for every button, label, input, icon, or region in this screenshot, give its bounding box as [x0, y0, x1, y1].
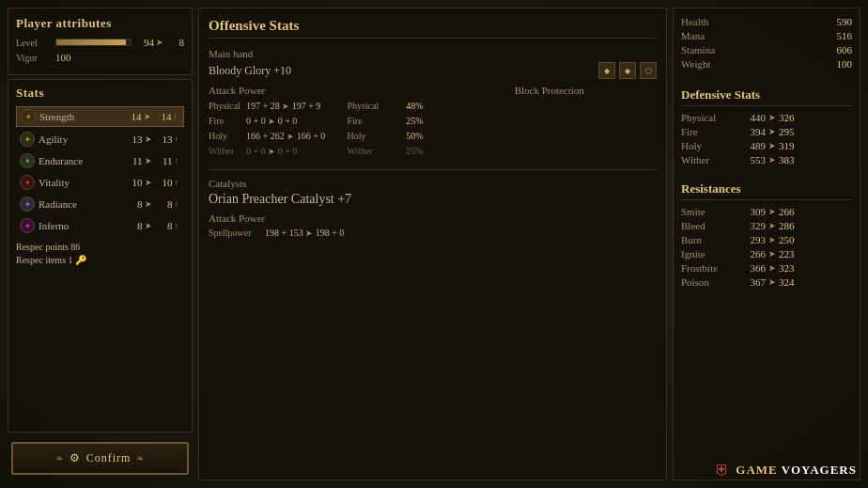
stat-row-vitality[interactable]: ✦ Vitality 10 ➤ 10 ↑	[16, 173, 184, 192]
left-panel: Player attributes Level 94 ➤ 8 Vigor 100…	[8, 8, 193, 480]
level-arrow-icon: ➤	[156, 38, 163, 47]
resist-arrow-burn: ➤	[768, 235, 776, 244]
stat-name-radiance: Radiance	[39, 198, 124, 210]
cat-attack-power-label: Attack Power	[209, 213, 657, 224]
stat-icon-agility: ✦	[20, 132, 35, 147]
weapon-icons: ◆ ◆ ⬡	[598, 62, 657, 79]
weapon-icon-1: ◆	[598, 62, 615, 79]
stat-icon-endurance: ✦	[20, 153, 35, 168]
stats-title: Stats	[16, 86, 184, 101]
def-val2-fire: 295	[779, 126, 795, 137]
stat-row-agility[interactable]: ✦ Agility 13 ➤ 13 ↑	[16, 130, 184, 149]
def-val1-wither: 553	[733, 154, 766, 165]
watermark-text: GAME VOYAGERS	[736, 463, 857, 478]
resist-arrow-frostbite: ➤	[768, 263, 776, 273]
resist-arrow-ignite: ➤	[768, 249, 776, 259]
resist-rows: Smite 309 ➤ 266 Bleed 329 ➤ 286 Burn 293…	[681, 206, 852, 288]
stat-name-endurance: Endurance	[39, 155, 124, 166]
stat-name-inferno: Inferno	[39, 220, 124, 231]
ap-stat-pct: 25%	[395, 115, 424, 128]
stat-value-radiance: 8	[124, 198, 143, 210]
stat-row-inferno[interactable]: ✦ Inferno 8 ➤ 8 ↑	[16, 216, 184, 235]
vitals-list: Health 590 Mana 516 Stamina 606 Weight 1…	[681, 16, 852, 70]
resist-val1-smite: 309	[733, 206, 766, 217]
vigor-label: Vigor	[16, 53, 52, 63]
stat-value-inferno: 8	[124, 220, 143, 231]
respec-points-row: Respec points 86	[16, 241, 184, 254]
defensive-stats-title: Defensive Stats	[681, 87, 852, 106]
ui-root: Player attributes Level 94 ➤ 8 Vigor 100…	[0, 0, 868, 488]
def-row-fire: Fire 394 ➤ 295	[681, 126, 852, 137]
resist-name-burn: Burn	[681, 234, 733, 245]
vital-row-health: Health 590	[681, 16, 852, 27]
confirm-icon: ⚙	[70, 451, 81, 465]
ap-left: Attack Power Physical 197 + 28 ➤ 197 + 9…	[209, 85, 424, 160]
stats-list: ✦ Strength 14 ➤ 14 ↑ ✦ Agility 13 ➤ 13 ↑…	[16, 106, 184, 235]
stat-value-strength: 14	[123, 111, 142, 122]
vital-row-mana: Mana 516	[681, 30, 852, 41]
ap-stat-vals: 166 + 262 ➤ 166 + 0	[246, 130, 344, 143]
vital-value-stamina: 606	[837, 44, 853, 55]
offensive-title: Offensive Stats	[209, 18, 657, 39]
confirm-button[interactable]: ⚙ Confirm	[11, 442, 189, 475]
stat-up-arrow-radiance: ↑	[175, 199, 179, 209]
stat-value-endurance: 11	[124, 155, 143, 166]
ap-stat-vals: 0 + 0 ➤ 0 + 0	[246, 145, 344, 158]
resist-row-poison: Poison 367 ➤ 324	[681, 276, 852, 288]
def-name-wither: Wither	[681, 154, 733, 165]
stats-panel: Stats ✦ Strength 14 ➤ 14 ↑ ✦ Agility 13 …	[8, 79, 193, 433]
def-name-fire: Fire	[681, 126, 733, 137]
player-attributes-panel: Player attributes Level 94 ➤ 8 Vigor 100	[8, 8, 193, 75]
watermark-icon: ⛨	[715, 462, 730, 479]
resist-row-burn: Burn 293 ➤ 250	[681, 234, 852, 245]
level-row: Level 94 ➤ 8	[16, 37, 184, 48]
vital-name-weight: Weight	[681, 58, 711, 70]
stat-arrow-radiance: ➤	[145, 199, 152, 209]
resist-val1-burn: 293	[733, 234, 766, 245]
stat-row-radiance[interactable]: ✦ Radiance 8 ➤ 8 ↑	[16, 195, 184, 213]
def-row-wither: Wither 553 ➤ 383	[681, 154, 852, 165]
resist-val2-burn: 250	[779, 234, 795, 245]
ap-row-physical: Physical 197 + 28 ➤ 197 + 9 Physical 48%	[209, 100, 424, 113]
level-bar-fill	[56, 39, 126, 45]
vital-name-mana: Mana	[681, 30, 705, 41]
stat-up-arrow-inferno: ↑	[175, 221, 179, 230]
level-bar	[55, 39, 132, 46]
respec-items-label: Respec items	[16, 255, 66, 265]
vigor-value: 100	[55, 52, 71, 63]
ap-row-holy: Holy 166 + 262 ➤ 166 + 0 Holy 50%	[209, 130, 424, 143]
resist-val1-bleed: 329	[733, 220, 766, 231]
middle-panel: Offensive Stats Main hand Bloody Glory +…	[198, 8, 667, 480]
catalyst-section: Catalysts Orian Preacher Catalyst +7 Att…	[209, 169, 657, 238]
stat-row-endurance[interactable]: ✦ Endurance 11 ➤ 11 ↑	[16, 151, 184, 170]
ap-stat-type: Fire	[344, 115, 395, 128]
stat-arrow-strength: ➤	[144, 112, 151, 121]
stat-name-vitality: Vitality	[39, 177, 124, 188]
stat-next-inferno: 8	[154, 220, 173, 231]
stat-icon-inferno: ✦	[20, 218, 35, 233]
ap-stat-type: Wither	[344, 145, 395, 158]
stat-next-strength: 14	[153, 111, 172, 122]
stat-next-vitality: 10	[154, 177, 173, 188]
weapon-icon-2: ◆	[619, 62, 636, 79]
main-hand-label: Main hand	[209, 48, 657, 59]
stat-row-strength[interactable]: ✦ Strength 14 ➤ 14 ↑	[16, 106, 184, 127]
resist-name-bleed: Bleed	[681, 220, 733, 231]
vital-value-mana: 516	[837, 30, 853, 41]
stat-up-arrow-agility: ↑	[175, 134, 179, 144]
watermark: ⛨ GAME VOYAGERS	[715, 462, 857, 479]
ap-stat-type: Holy	[344, 130, 395, 143]
stat-arrow-vitality: ➤	[145, 178, 152, 187]
stat-arrow-endurance: ➤	[145, 156, 152, 165]
resist-val1-frostbite: 366	[733, 262, 766, 274]
def-val1-fire: 394	[733, 126, 766, 137]
stat-value-vitality: 10	[124, 177, 143, 188]
resist-val2-ignite: 223	[779, 248, 795, 260]
resist-row-bleed: Bleed 329 ➤ 286	[681, 220, 852, 231]
respec-points-label: Respec points	[16, 242, 69, 252]
weapon-section: Main hand Bloody Glory +10 ◆ ◆ ⬡ Attack …	[209, 48, 657, 160]
level-value: 94	[135, 37, 154, 48]
ap-right: Block Protection	[442, 85, 658, 160]
stat-value-agility: 13	[124, 134, 143, 145]
vital-row-weight: Weight 100	[681, 58, 852, 70]
